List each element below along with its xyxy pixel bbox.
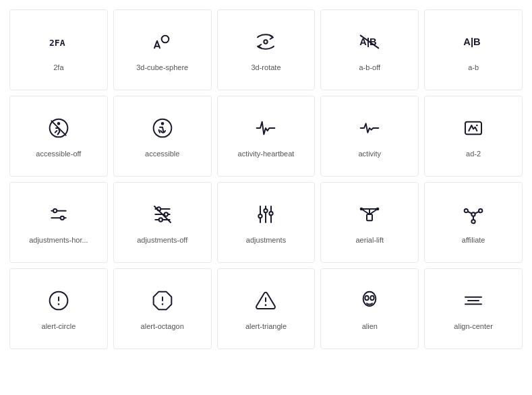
alien-icon xyxy=(356,287,383,314)
svg-point-29 xyxy=(270,212,273,215)
svg-point-15 xyxy=(53,209,57,212)
icon-card-2fa[interactable]: 2FA 2fa xyxy=(9,9,108,90)
2fa-icon: 2FA xyxy=(45,28,72,55)
adjustments-off-icon xyxy=(149,201,176,228)
icon-card-activity[interactable]: activity xyxy=(320,96,419,177)
svg-point-16 xyxy=(61,216,64,220)
svg-rect-30 xyxy=(367,214,372,220)
icon-card-3d-cube-sphere[interactable]: 3d-cube-sphere xyxy=(113,9,212,90)
icon-label: activity-heartbeat xyxy=(238,150,295,158)
svg-text:A|B: A|B xyxy=(463,36,480,47)
3d-rotate-icon xyxy=(252,28,279,55)
icon-label: accessible xyxy=(145,150,179,158)
alert-circle-icon xyxy=(45,287,72,314)
icon-label: adjustments-off xyxy=(137,236,187,244)
accessible-off-icon xyxy=(45,115,72,142)
icon-label: alien xyxy=(362,322,378,330)
svg-text:2FA: 2FA xyxy=(49,38,65,48)
icon-label: aerial-lift xyxy=(356,236,384,244)
adjustments-hor-icon xyxy=(45,201,72,228)
icon-card-accessible[interactable]: accessible xyxy=(113,96,212,177)
icon-card-aerial-lift[interactable]: aerial-lift xyxy=(320,182,419,263)
icon-label: alert-circle xyxy=(42,322,76,330)
aerial-lift-icon xyxy=(356,201,383,228)
icon-grid: 2FA 2fa 3d-cube-sphere 3d-rotate xyxy=(0,0,532,359)
svg-point-49 xyxy=(162,304,162,305)
icon-card-affiliate[interactable]: affiliate xyxy=(424,182,523,263)
svg-point-7 xyxy=(58,123,60,125)
svg-point-10 xyxy=(161,123,163,125)
align-center-icon xyxy=(460,287,487,314)
icon-card-adjustments-off[interactable]: adjustments-off xyxy=(113,182,212,263)
icon-card-adjustments[interactable]: adjustments xyxy=(217,182,316,263)
icon-label: a-b xyxy=(468,63,479,71)
icon-label: alert-triangle xyxy=(245,322,287,330)
svg-line-41 xyxy=(468,212,471,214)
icon-card-ad-2[interactable]: ad-2 xyxy=(424,96,523,177)
icon-card-alert-circle[interactable]: alert-circle xyxy=(9,268,108,349)
svg-point-53 xyxy=(365,296,369,301)
svg-point-22 xyxy=(158,218,162,221)
activity-icon xyxy=(356,115,383,142)
svg-point-21 xyxy=(164,212,167,216)
svg-point-2 xyxy=(264,40,268,43)
icon-card-3d-rotate[interactable]: 3d-rotate xyxy=(217,9,316,90)
icon-card-adjustments-hor[interactable]: adjustments-hor... xyxy=(9,182,108,263)
svg-point-51 xyxy=(266,305,266,305)
icon-card-alert-triangle[interactable]: alert-triangle xyxy=(217,268,316,349)
svg-point-46 xyxy=(58,304,59,305)
alert-triangle-icon xyxy=(252,287,279,314)
icon-label: ad-2 xyxy=(466,150,481,158)
alert-octagon-icon xyxy=(149,287,176,314)
icon-label: affiliate xyxy=(462,236,485,244)
icon-label: alert-octagon xyxy=(141,322,184,330)
icon-card-a-b-off[interactable]: A|B a-b-off xyxy=(320,9,419,90)
affiliate-icon xyxy=(460,201,487,228)
icon-card-alien[interactable]: alien xyxy=(320,268,419,349)
3d-cube-sphere-icon xyxy=(149,28,176,55)
svg-line-42 xyxy=(475,212,479,214)
icon-label: accessible-off xyxy=(36,150,81,158)
icon-label: 2fa xyxy=(53,63,63,71)
icon-card-a-b[interactable]: A|B a-b xyxy=(424,9,523,90)
icon-label: activity xyxy=(358,150,381,158)
icon-card-alert-octagon[interactable]: alert-octagon xyxy=(113,268,212,349)
svg-point-35 xyxy=(377,208,379,210)
icon-label: adjustments xyxy=(246,236,286,244)
icon-label: 3d-cube-sphere xyxy=(136,63,188,71)
icon-label: a-b-off xyxy=(359,63,380,71)
icon-card-activity-heartbeat[interactable]: activity-heartbeat xyxy=(217,96,316,177)
adjustments-icon xyxy=(252,201,279,228)
icon-label: align-center xyxy=(454,322,492,330)
svg-point-54 xyxy=(371,296,374,301)
a-b-icon: A|B xyxy=(460,28,487,55)
icon-label: adjustments-hor... xyxy=(29,236,88,244)
svg-point-28 xyxy=(259,214,262,218)
svg-point-27 xyxy=(264,209,268,212)
icon-label: 3d-rotate xyxy=(251,63,280,71)
svg-point-1 xyxy=(161,36,169,43)
a-b-off-icon: A|B xyxy=(356,28,383,55)
accessible-icon xyxy=(149,115,176,142)
svg-point-34 xyxy=(361,208,363,210)
icon-card-accessible-off[interactable]: accessible-off xyxy=(9,96,108,177)
ad-2-icon xyxy=(460,115,487,142)
activity-heartbeat-icon xyxy=(252,115,279,142)
icon-card-align-center[interactable]: align-center xyxy=(424,268,523,349)
